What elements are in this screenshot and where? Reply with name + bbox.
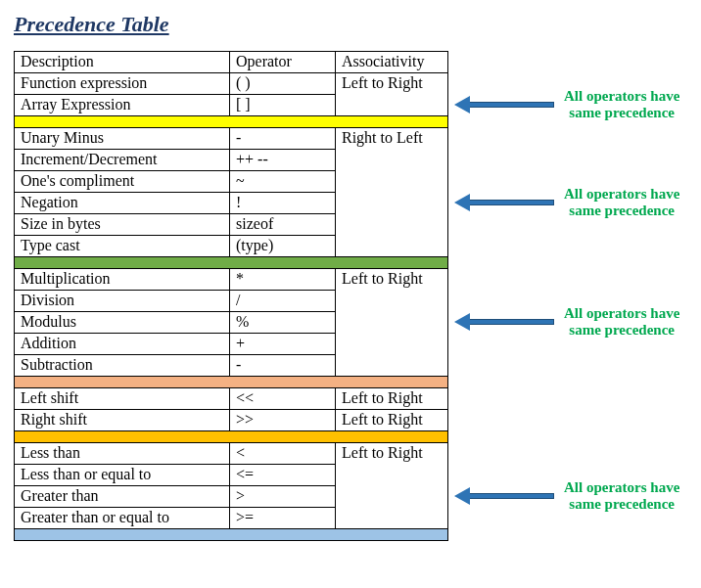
cell-description: Less than or equal to [15,465,230,486]
cell-description: Modulus [15,312,230,334]
cell-description: Increment/Decrement [15,150,230,171]
annotation-label: All operators have same precedence [564,305,679,339]
annotation-label: All operators have same precedence [564,186,679,220]
cell-operator: (type) [230,236,336,257]
cell-description: Negation [15,193,230,214]
cell-operator: sizeof [230,214,336,236]
header-associativity: Associativity [336,52,448,73]
cell-operator: << [230,388,336,410]
cell-description: Size in bytes [15,214,230,236]
cell-operator: > [230,486,336,508]
cell-operator: ( ) [230,73,336,95]
cell-operator: ! [230,193,336,214]
cell-description: Array Expression [15,95,230,116]
separator-row [15,116,448,128]
cell-operator: + [230,334,336,355]
separator-cell [15,116,448,128]
arrow-left-icon [456,196,554,209]
cell-associativity: Left to Right [336,388,448,410]
cell-operator: < [230,443,336,465]
cell-associativity: Left to Right [336,443,448,529]
separator-row [15,529,448,541]
cell-associativity: Left to Right [336,410,448,431]
cell-associativity: Right to Left [336,128,448,257]
cell-operator: <= [230,465,336,486]
arrow-left-icon [456,489,554,503]
cell-operator: ++ -- [230,150,336,171]
cell-description: Multiplication [15,269,230,291]
table-row: Function expression( )Left to Right [15,73,448,95]
cell-operator: % [230,312,336,334]
separator-cell [15,377,448,388]
table-row: Less than<Left to Right [15,443,448,465]
arrow-left-icon [456,315,554,329]
cell-operator: - [230,355,336,377]
cell-description: Subtraction [15,355,230,377]
header-operator: Operator [230,52,336,73]
separator-row [15,431,448,443]
cell-description: Type cast [15,236,230,257]
table-row: Left shift<<Left to Right [15,388,448,410]
arrow-left-icon [456,98,554,112]
cell-operator: / [230,291,336,312]
cell-description: Greater than or equal to [15,508,230,529]
cell-description: Addition [15,334,230,355]
annotation-label: All operators have same precedence [564,88,679,122]
cell-associativity: Left to Right [336,269,448,377]
header-description: Description [15,52,230,73]
annotation: All operators have same precedence [456,305,679,339]
separator-cell [15,431,448,443]
cell-description: Unary Minus [15,128,230,150]
cell-description: Right shift [15,410,230,431]
separator-row [15,377,448,388]
separator-cell [15,257,448,269]
table-row: Multiplication*Left to Right [15,269,448,291]
cell-description: Less than [15,443,230,465]
page-title: Precedence Table [14,12,687,37]
precedence-table: DescriptionOperatorAssociativityFunction… [14,51,448,541]
table-header-row: DescriptionOperatorAssociativity [15,52,448,73]
cell-operator: >> [230,410,336,431]
cell-description: Greater than [15,486,230,508]
annotation: All operators have same precedence [456,88,679,122]
cell-description: One's compliment [15,171,230,193]
cell-operator: ~ [230,171,336,193]
cell-description: Left shift [15,388,230,410]
cell-operator: * [230,269,336,291]
cell-operator: >= [230,508,336,529]
cell-operator: - [230,128,336,150]
annotation: All operators have same precedence [456,479,679,514]
annotation-label: All operators have same precedence [564,479,679,514]
cell-description: Division [15,291,230,312]
separator-row [15,257,448,269]
separator-cell [15,529,448,541]
table-row: Unary Minus-Right to Left [15,128,448,150]
annotation: All operators have same precedence [456,186,679,220]
cell-description: Function expression [15,73,230,95]
cell-operator: [ ] [230,95,336,116]
table-row: Right shift>>Left to Right [15,410,448,431]
cell-associativity: Left to Right [336,73,448,116]
